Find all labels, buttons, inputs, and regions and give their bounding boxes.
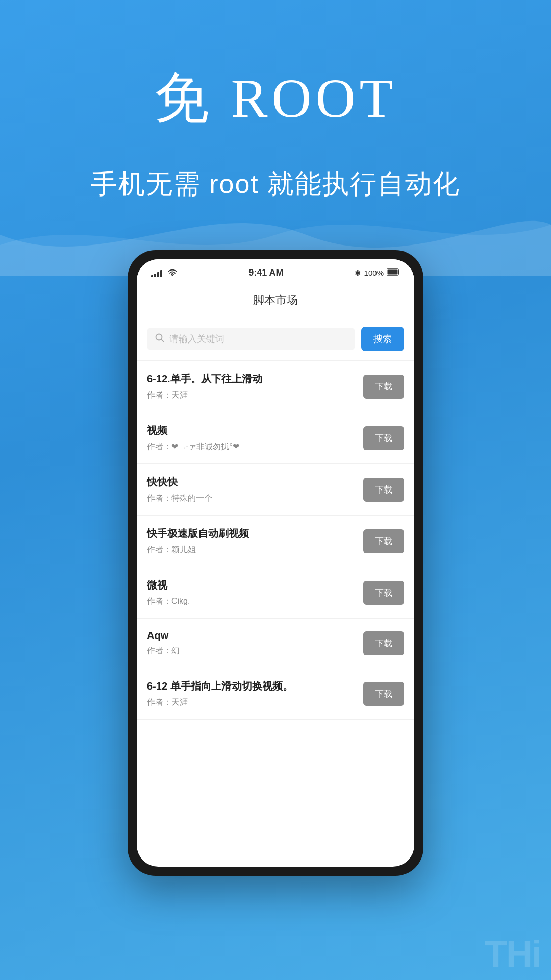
download-button[interactable]: 下载 [363, 478, 404, 502]
svg-line-4 [161, 339, 164, 342]
download-button[interactable]: 下载 [363, 426, 404, 450]
list-item: 快手极速版自动刷视频作者：颖儿姐下载 [137, 516, 414, 567]
list-item: 微视作者：Cikg.下载 [137, 567, 414, 619]
script-author: 作者：颖儿姐 [147, 545, 355, 555]
script-name: 微视 [147, 578, 355, 592]
script-info: 视频作者：❤ ╭ァ非诚勿扰°❤ [147, 424, 355, 452]
hero-title: 免 ROOT [0, 61, 551, 136]
download-button[interactable]: 下载 [363, 375, 404, 399]
search-button[interactable]: 搜索 [361, 327, 404, 351]
script-author: 作者：特殊的一个 [147, 493, 355, 504]
list-item: 6-12 单手指向上滑动切换视频。作者：天涯下载 [137, 668, 414, 720]
script-info: Aqw作者：幻 [147, 630, 355, 656]
script-info: 快手极速版自动刷视频作者：颖儿姐 [147, 527, 355, 555]
signal-icon [151, 269, 162, 277]
search-input-wrapper[interactable]: 请输入关键词 [147, 328, 355, 350]
script-name: 6-12 单手指向上滑动切换视频。 [147, 679, 355, 693]
script-author: 作者：天涯 [147, 697, 355, 708]
list-item: 视频作者：❤ ╭ァ非诚勿扰°❤下载 [137, 412, 414, 464]
search-placeholder: 请输入关键词 [169, 333, 224, 345]
status-right: ✱ 100% [355, 268, 400, 278]
script-name: 视频 [147, 424, 355, 437]
script-name: 快快快 [147, 475, 355, 489]
script-info: 快快快作者：特殊的一个 [147, 475, 355, 504]
bottom-watermark: THi [474, 928, 551, 980]
script-author: 作者：幻 [147, 646, 355, 656]
script-list: 6-12.单手。从下往上滑动作者：天涯下载视频作者：❤ ╭ァ非诚勿扰°❤下载快快… [137, 361, 414, 720]
status-left [151, 268, 178, 278]
phone-mockup: 9:41 AM ✱ 100% 脚本市场 [128, 250, 423, 876]
script-name: 快手极速版自动刷视频 [147, 527, 355, 541]
script-info: 6-12.单手。从下往上滑动作者：天涯 [147, 372, 355, 401]
svg-rect-2 [387, 270, 397, 275]
script-info: 微视作者：Cikg. [147, 578, 355, 607]
download-button[interactable]: 下载 [363, 682, 404, 706]
hero-section: 免 ROOT 手机无需 root 就能执行自动化 [0, 0, 551, 202]
status-time: 9:41 AM [248, 267, 283, 278]
list-item: Aqw作者：幻下载 [137, 619, 414, 668]
list-item: 6-12.单手。从下往上滑动作者：天涯下载 [137, 361, 414, 412]
download-button[interactable]: 下载 [363, 529, 404, 553]
download-button[interactable]: 下载 [363, 631, 404, 655]
script-info: 6-12 单手指向上滑动切换视频。作者：天涯 [147, 679, 355, 708]
app-title: 脚本市场 [137, 282, 414, 317]
phone-screen: 9:41 AM ✱ 100% 脚本市场 [137, 259, 414, 867]
status-bar: 9:41 AM ✱ 100% [137, 259, 414, 282]
list-item: 快快快作者：特殊的一个下载 [137, 464, 414, 516]
battery-icon [387, 268, 400, 277]
script-author: 作者：Cikg. [147, 596, 355, 607]
script-author: 作者：天涯 [147, 390, 355, 401]
bluetooth-icon: ✱ [355, 268, 361, 278]
svg-point-0 [172, 274, 173, 276]
phone-frame: 9:41 AM ✱ 100% 脚本市场 [128, 250, 423, 876]
download-button[interactable]: 下载 [363, 581, 404, 605]
battery-percent: 100% [364, 268, 384, 277]
script-name: Aqw [147, 630, 355, 642]
script-name: 6-12.单手。从下往上滑动 [147, 372, 355, 386]
script-author: 作者：❤ ╭ァ非诚勿扰°❤ [147, 442, 355, 452]
search-icon [155, 333, 164, 345]
wifi-icon [167, 268, 178, 278]
search-bar: 请输入关键词 搜索 [137, 317, 414, 361]
